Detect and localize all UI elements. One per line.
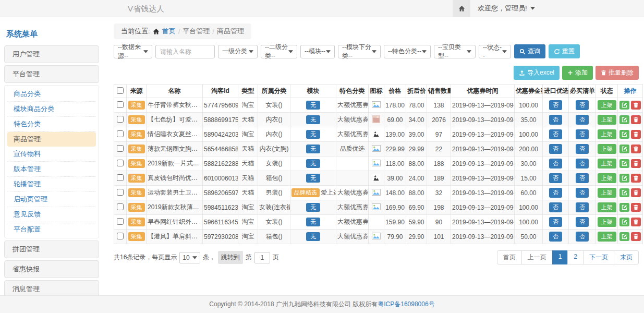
edit-button[interactable] (619, 218, 629, 226)
sidebar-item[interactable]: 版本管理 (7, 162, 96, 177)
pager-button[interactable]: 2 (567, 250, 584, 264)
sidebar-item[interactable]: 模块商品分类 (7, 102, 96, 117)
must-buy-toggle[interactable]: 否 (576, 173, 589, 183)
must-buy-toggle[interactable]: 否 (576, 159, 589, 168)
pager-button[interactable]: 下一页 (583, 250, 614, 264)
import-select-toggle[interactable]: 否 (549, 217, 562, 227)
import-excel-button[interactable]: 导入excel (514, 66, 560, 80)
delete-button[interactable] (631, 101, 641, 110)
delete-button[interactable] (631, 115, 641, 124)
must-buy-toggle[interactable]: 否 (576, 100, 589, 110)
filter-select[interactable]: --模块下分类-- (338, 45, 381, 58)
sidebar-item[interactable]: 平台配置 (7, 222, 96, 237)
row-checkbox[interactable] (117, 218, 124, 225)
pager-button[interactable]: 上一页 (521, 250, 553, 264)
filter-select[interactable]: --特色分类-- (384, 45, 431, 58)
edit-button[interactable] (619, 159, 629, 168)
status-button[interactable]: 上架 (598, 159, 616, 168)
name-search-input[interactable] (155, 45, 215, 58)
import-select-toggle[interactable]: 否 (549, 232, 562, 242)
status-button[interactable]: 上架 (598, 115, 616, 125)
edit-button[interactable] (619, 174, 629, 183)
edit-button[interactable] (619, 101, 629, 110)
sidebar-item[interactable]: 意见反馈 (7, 207, 96, 222)
must-buy-toggle[interactable]: 否 (576, 115, 589, 125)
filter-select[interactable]: 一级分类 (218, 45, 258, 58)
filter-select[interactable]: --数据来源-- (114, 45, 152, 58)
row-checkbox[interactable] (117, 145, 124, 152)
select-all-checkbox[interactable] (117, 87, 124, 94)
must-buy-toggle[interactable]: 否 (576, 217, 589, 227)
sidebar-item[interactable]: 启动页管理 (7, 192, 96, 207)
per-page-select[interactable]: 10 (179, 252, 200, 263)
query-button[interactable]: 查询 (514, 44, 545, 58)
sidebar-item[interactable]: 特色分类 (7, 117, 96, 132)
delete-button[interactable] (631, 232, 641, 241)
import-select-toggle[interactable]: 否 (549, 202, 562, 212)
must-buy-toggle[interactable]: 否 (576, 232, 589, 242)
status-button[interactable]: 上架 (598, 100, 616, 110)
status-button[interactable]: 上架 (598, 217, 616, 227)
status-button[interactable]: 上架 (598, 232, 616, 242)
import-select-toggle[interactable]: 否 (549, 100, 562, 110)
import-select-toggle[interactable]: 否 (549, 159, 562, 168)
import-select-toggle[interactable]: 否 (549, 188, 562, 198)
add-button[interactable]: 添加 (562, 66, 593, 80)
sidebar-item[interactable]: 商品管理 (7, 132, 96, 147)
must-buy-toggle[interactable]: 否 (576, 188, 589, 198)
edit-button[interactable] (619, 115, 629, 124)
edit-button[interactable] (619, 145, 629, 153)
import-select-toggle[interactable]: 否 (549, 115, 562, 125)
delete-button[interactable] (631, 188, 641, 197)
jump-button[interactable]: 跳转到 (218, 251, 243, 264)
sidebar-item[interactable]: 用户管理 (4, 45, 99, 63)
filter-select[interactable]: --状态-- (479, 45, 511, 58)
row-checkbox[interactable] (117, 160, 124, 166)
icp-link[interactable]: 粤ICP备16098006号 (378, 300, 434, 308)
jump-page-input[interactable] (254, 252, 270, 263)
import-select-toggle[interactable]: 否 (549, 173, 562, 183)
edit-button[interactable] (619, 203, 629, 212)
must-buy-toggle[interactable]: 否 (576, 202, 589, 212)
delete-button[interactable] (631, 174, 641, 183)
delete-button[interactable] (631, 159, 641, 168)
row-checkbox[interactable] (117, 174, 124, 181)
sidebar-item[interactable]: 平台管理 (4, 65, 99, 83)
status-button[interactable]: 上架 (598, 188, 616, 198)
row-checkbox[interactable] (117, 116, 124, 123)
status-button[interactable]: 上架 (598, 129, 616, 139)
delete-button[interactable] (631, 130, 641, 139)
pager-button[interactable]: 首页 (497, 250, 522, 264)
status-button[interactable]: 上架 (598, 144, 616, 154)
must-buy-toggle[interactable]: 否 (576, 144, 589, 154)
sidebar-item[interactable]: 商品分类 (7, 87, 96, 102)
row-checkbox[interactable] (117, 101, 124, 108)
reset-button[interactable]: 重置 (549, 44, 580, 58)
delete-button[interactable] (631, 218, 641, 226)
pager-button[interactable]: 1 (552, 250, 568, 264)
user-menu[interactable]: 欢迎您，管理员! (470, 4, 542, 13)
delete-button[interactable] (631, 145, 641, 153)
sidebar-item[interactable]: 轮播管理 (7, 177, 96, 192)
status-button[interactable]: 上架 (598, 173, 616, 183)
sidebar-item[interactable]: 宣传物料 (7, 147, 96, 162)
row-checkbox[interactable] (117, 189, 124, 196)
row-checkbox[interactable] (117, 130, 124, 137)
row-checkbox[interactable] (117, 233, 124, 239)
delete-button[interactable] (631, 203, 641, 212)
import-select-toggle[interactable]: 否 (549, 144, 562, 154)
pager-button[interactable]: 末页 (614, 250, 639, 264)
filter-select[interactable]: --宝贝类型-- (434, 45, 476, 58)
edit-button[interactable] (619, 188, 629, 197)
import-select-toggle[interactable]: 否 (549, 129, 562, 139)
must-buy-toggle[interactable]: 否 (576, 129, 589, 139)
sidebar-item[interactable]: 拼团管理 (4, 240, 99, 258)
row-checkbox[interactable] (117, 203, 124, 210)
edit-button[interactable] (619, 232, 629, 241)
breadcrumb-home-link[interactable]: 首页 (162, 27, 176, 36)
sidebar-item[interactable]: 省惠快报 (4, 260, 99, 278)
filter-select[interactable]: --模块-- (300, 45, 335, 58)
edit-button[interactable] (619, 130, 629, 139)
batch-delete-button[interactable]: 批量删除 (596, 66, 639, 80)
filter-select[interactable]: --二级分类-- (261, 45, 297, 58)
